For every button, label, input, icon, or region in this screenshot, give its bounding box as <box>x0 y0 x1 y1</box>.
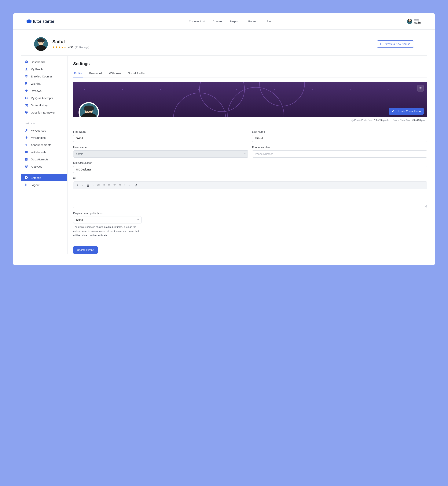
camera-icon <box>392 110 395 113</box>
nav-blog[interactable]: Blog <box>267 20 272 23</box>
undo-button[interactable] <box>123 183 128 188</box>
quiz-icon <box>25 96 28 100</box>
pie-chart-icon <box>25 165 28 168</box>
tab-profile[interactable]: Profile <box>73 70 83 77</box>
skill-input[interactable] <box>73 166 427 173</box>
create-course-button[interactable]: + Create a New Course <box>377 41 414 48</box>
nav-pages-1[interactable]: Pages ⌄ <box>230 20 240 23</box>
align-right-button[interactable] <box>117 183 122 188</box>
layers-icon <box>25 136 28 139</box>
update-cover-button[interactable]: Update Cover Photo <box>389 108 424 115</box>
sidebar-item-label: Withdrawals <box>31 150 46 154</box>
star-icon: ★ <box>58 46 61 49</box>
editor-toolbar: B I U <box>73 182 427 189</box>
align-center-button[interactable] <box>112 183 117 188</box>
sidebar-item-my-profile[interactable]: My Profile <box>21 66 67 73</box>
sidebar-item-label: Analytics <box>31 165 42 168</box>
profile-size-hint: iProfile Photo Size: 200×200 pixels <box>351 119 389 122</box>
tab-social[interactable]: Social Profile <box>127 70 145 77</box>
sidebar-item-label: Logout <box>31 183 40 187</box>
align-left-button[interactable] <box>107 183 112 188</box>
delete-cover-button[interactable] <box>417 85 424 91</box>
first-name-input[interactable] <box>73 135 248 142</box>
loading-icon: ••• <box>244 153 246 155</box>
update-cover-label: Update Cover Photo <box>397 110 421 113</box>
logo-text: tutor starter <box>33 19 55 24</box>
redo-button[interactable] <box>128 183 133 188</box>
sidebar-item-label: Dashboard <box>31 60 45 64</box>
chevron-down-icon: ⌄ <box>238 21 240 23</box>
top-nav: Courses List Course Pages ⌄ Pages ⌄ Blog <box>189 20 272 23</box>
rocket-icon <box>25 129 28 132</box>
logo[interactable]: tutor starter <box>27 19 55 24</box>
cart-icon <box>25 103 28 107</box>
profile-header: Saiful ★ ★ ★ ★ ☆ 4.38 (21 Ratings) + Cre… <box>21 30 427 56</box>
sidebar-item-my-courses[interactable]: My Courses <box>21 127 67 134</box>
sidebar-item-wishlist[interactable]: Wishlist <box>21 80 67 87</box>
question-icon <box>25 111 28 114</box>
sidebar-item-dashboard[interactable]: Dashboard <box>21 58 67 66</box>
sidebar-item-reviews[interactable]: Reviews <box>21 87 67 94</box>
gear-icon <box>25 176 28 179</box>
sidebar-item-label: Reviews <box>31 89 41 92</box>
svg-point-16 <box>103 185 103 185</box>
cover-image: Update Cover Photo <box>73 82 427 117</box>
trash-icon <box>419 87 422 90</box>
sidebar-item-my-bundles[interactable]: My Bundles <box>21 134 67 141</box>
nav-course[interactable]: Course <box>213 20 222 23</box>
sidebar-item-analytics[interactable]: Analytics <box>21 163 67 170</box>
underline-button[interactable]: U <box>86 183 90 188</box>
sidebar-item-quiz-attempts[interactable]: ? Quiz Attempts <box>21 156 67 163</box>
user-name: Saiful <box>414 21 421 24</box>
user-name-label: User Name <box>73 146 248 149</box>
tab-password[interactable]: Password <box>88 70 103 77</box>
sidebar-item-label: My Quiz Attempts <box>31 96 53 100</box>
ul-button[interactable] <box>102 183 106 188</box>
svg-point-14 <box>173 93 226 117</box>
sidebar-item-orders[interactable]: Order History <box>21 102 67 109</box>
update-profile-button[interactable]: Update Profile <box>73 246 98 254</box>
sidebar-item-settings[interactable]: Settings <box>21 174 67 181</box>
last-name-label: Last Name <box>252 130 427 133</box>
bold-button[interactable]: B <box>75 183 80 188</box>
sidebar-item-label: My Bundles <box>31 136 46 139</box>
plus-icon: + <box>380 43 383 45</box>
svg-rect-4 <box>27 98 28 99</box>
topbar: tutor starter Courses List Course Pages … <box>13 13 435 30</box>
sidebar-item-enrolled[interactable]: Enrolled Courses <box>21 73 67 80</box>
nav-pages-2[interactable]: Pages ⌄ <box>248 20 259 23</box>
link-button[interactable] <box>133 183 138 188</box>
bio-textarea[interactable] <box>73 189 427 208</box>
svg-text:?: ? <box>26 158 27 160</box>
sidebar-item-logout[interactable]: Logout <box>21 181 67 189</box>
user-name-input <box>73 150 248 157</box>
sidebar-item-announcements[interactable]: Announcements <box>21 141 67 148</box>
last-name-input[interactable] <box>252 135 427 142</box>
tab-withdraw[interactable]: Withdraw <box>108 70 122 77</box>
italic-button[interactable]: I <box>80 183 85 188</box>
star-icon: ★ <box>52 46 55 49</box>
svg-point-12 <box>228 87 284 117</box>
display-name-select[interactable] <box>73 216 142 223</box>
profile-avatar <box>34 37 48 51</box>
dashboard-icon <box>25 60 28 64</box>
star-icon <box>25 89 28 92</box>
star-icon: ★ <box>55 46 58 49</box>
sidebar-item-withdrawals[interactable]: Withdrawals <box>21 148 67 156</box>
rating-stars: ★ ★ ★ ★ ☆ 4.38 (21 Ratings) <box>52 46 89 49</box>
sidebar-item-qa[interactable]: Question & Answer <box>21 109 67 116</box>
sidebar-item-my-quiz[interactable]: My Quiz Attempts <box>21 94 67 102</box>
nav-courses-list[interactable]: Courses List <box>189 20 205 23</box>
settings-tabs: Profile Password Withdraw Social Profile <box>73 70 427 77</box>
page-title: Settings <box>73 61 427 66</box>
svg-rect-3 <box>25 98 26 99</box>
svg-point-5 <box>26 106 26 107</box>
sidebar: Dashboard My Profile Enrolled Courses Wi… <box>21 56 67 254</box>
phone-input[interactable] <box>252 150 427 157</box>
user-icon <box>25 67 28 71</box>
user-menu[interactable]: Hello Saiful <box>407 19 421 24</box>
ol-button[interactable] <box>96 183 101 188</box>
file-question-icon: ? <box>25 157 28 161</box>
svg-point-13 <box>259 82 304 106</box>
quote-button[interactable] <box>91 183 96 188</box>
